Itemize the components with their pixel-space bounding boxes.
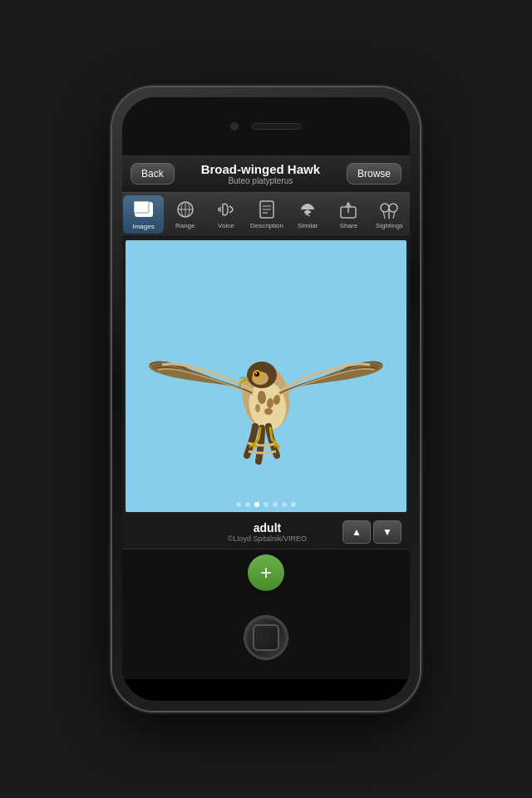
svg-point-18: [389, 204, 397, 212]
phone-frame: Back Broad-winged Hawk Buteo platypterus…: [112, 87, 420, 711]
tab-images-label: Images: [132, 223, 154, 230]
bottom-bezel: [122, 596, 410, 679]
add-button-bar: +: [122, 549, 410, 596]
sightings-icon: [376, 198, 402, 221]
tab-voice[interactable]: Voice: [205, 195, 246, 234]
home-button[interactable]: [244, 616, 288, 659]
tab-bar: Images Range: [122, 193, 410, 237]
share-icon: [335, 198, 362, 221]
dot-2: [245, 502, 250, 507]
tab-images[interactable]: Images: [123, 195, 164, 234]
navigation-arrows: ▲ ▼: [342, 520, 401, 544]
bottom-info-bar: adult ©Lloyd Spitalnik/VIREO ▲ ▼: [122, 515, 410, 549]
dot-3: [254, 502, 259, 507]
tab-range-label: Range: [175, 222, 195, 229]
dot-1: [236, 502, 241, 507]
back-button[interactable]: Back: [131, 163, 175, 185]
tab-description-label: Description: [250, 222, 283, 229]
screen-content: Back Broad-winged Hawk Buteo platypterus…: [122, 155, 410, 596]
range-icon: [172, 198, 199, 221]
prev-arrow-button[interactable]: ▲: [342, 520, 371, 544]
browse-button[interactable]: Browse: [347, 163, 401, 185]
speaker: [252, 123, 302, 130]
photo-age-label: adult: [192, 521, 342, 534]
bird-image-area[interactable]: [126, 240, 406, 512]
dot-5: [273, 502, 278, 507]
photo-credit: ©Lloyd Spitalnik/VIREO: [192, 534, 342, 543]
similar-icon: [294, 198, 321, 221]
bird-latin-name: Buteo platypterus: [181, 176, 340, 185]
tab-similar[interactable]: Similar: [288, 195, 328, 234]
add-sighting-button[interactable]: +: [248, 554, 284, 591]
hawk-illustration: [126, 240, 406, 512]
top-bezel: [122, 97, 410, 155]
photo-info: adult ©Lloyd Spitalnik/VIREO: [192, 521, 342, 543]
tab-voice-label: Voice: [218, 222, 234, 229]
svg-point-26: [255, 404, 260, 412]
description-icon: [254, 198, 280, 221]
tab-share-label: Share: [340, 222, 357, 229]
home-button-inner: [253, 624, 279, 651]
bird-name: Broad-winged Hawk: [181, 162, 340, 176]
tab-sightings[interactable]: Sightings: [369, 195, 410, 234]
header: Back Broad-winged Hawk Buteo platypterus…: [122, 155, 410, 193]
svg-rect-1: [134, 201, 149, 213]
voice-icon: [213, 198, 239, 221]
svg-point-27: [264, 408, 273, 415]
next-arrow-button[interactable]: ▼: [373, 520, 401, 544]
tab-share[interactable]: Share: [328, 195, 369, 234]
image-dots: [236, 502, 296, 507]
tab-range[interactable]: Range: [165, 195, 205, 234]
svg-point-32: [254, 372, 259, 377]
dot-7: [291, 502, 296, 507]
header-center: Broad-winged Hawk Buteo platypterus: [175, 162, 347, 185]
svg-point-17: [381, 204, 389, 212]
dot-4: [264, 502, 268, 507]
tab-sightings-label: Sightings: [376, 222, 403, 229]
images-icon: [131, 199, 157, 222]
tab-similar-label: Similar: [298, 222, 318, 229]
phone-screen: Back Broad-winged Hawk Buteo platypterus…: [122, 97, 410, 701]
svg-point-33: [255, 372, 257, 374]
dot-6: [282, 502, 287, 507]
tab-description[interactable]: Description: [246, 195, 287, 234]
camera: [230, 122, 239, 131]
